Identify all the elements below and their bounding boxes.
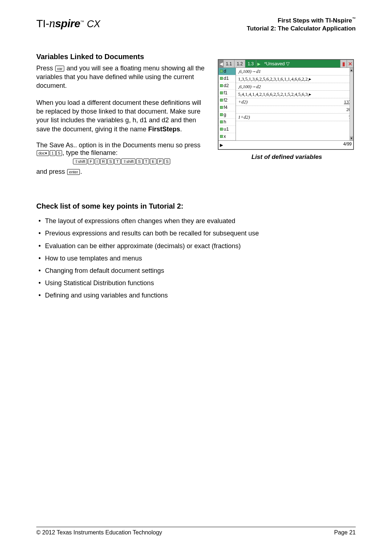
tab-1-2: 1.2 bbox=[234, 60, 245, 67]
var-u1: u1 bbox=[219, 126, 236, 133]
var-f2: f2 bbox=[219, 97, 236, 104]
var-g: g bbox=[219, 111, 236, 119]
key-doc: doc▾ bbox=[37, 150, 49, 156]
var-f1: f1 bbox=[219, 90, 236, 97]
header-line2: Tutorial 2: The Calculator Application bbox=[247, 25, 356, 33]
list-item: Changing from default document settings bbox=[45, 264, 356, 277]
page-header: TI-nspire™ CX First Steps with TI-Nspire… bbox=[36, 16, 356, 33]
page-footer: © 2012 Texas Instruments Education Techn… bbox=[36, 527, 356, 536]
var-d: d bbox=[219, 68, 236, 75]
list-item: Previous expressions and results can bot… bbox=[45, 227, 356, 239]
brand-cx: CX bbox=[87, 19, 100, 29]
header-tm: ™ bbox=[352, 17, 356, 21]
var-x: x bbox=[219, 133, 236, 140]
para-3: The Save As.. option is in the Documents… bbox=[36, 141, 207, 165]
header-line1: First Steps with TI-Nspire bbox=[278, 17, 352, 24]
tab-1-1: 1.1 bbox=[224, 60, 234, 67]
checklist-section: Check list of some key points in Tutoria… bbox=[36, 202, 356, 301]
calc-main: ,6,100)→d1 1,3,5,1,3,6,2,5,6,2,3,1,6,1,1… bbox=[236, 68, 353, 140]
brand-n: n bbox=[49, 16, 55, 30]
list-item: How to use templates and menus bbox=[45, 252, 356, 264]
header-right: First Steps with TI-Nspire™ Tutorial 2: … bbox=[247, 16, 356, 33]
battery-icon: ▮ bbox=[340, 60, 347, 67]
brand-tm: ™ bbox=[80, 20, 84, 24]
scroll-down-icon: ▾ bbox=[350, 136, 353, 140]
ss-footer: ▸ 4/99 bbox=[219, 140, 353, 149]
cursor-icon: ▸ bbox=[220, 141, 223, 148]
figure-column: ◀ 1.1 1.2 1.3 ▶ *Unsaved ▽ ▮ ✕ d d1 d2 bbox=[218, 53, 356, 184]
scrollbar: ▴ ▾ bbox=[350, 68, 353, 140]
doc-title: *Unsaved ▽ bbox=[261, 60, 340, 67]
filename-keyseq: ⇧shiftFIRST⇧shiftSTEPS bbox=[73, 157, 207, 165]
key-var: var bbox=[55, 66, 64, 71]
checklist-title: Check list of some key points in Tutoria… bbox=[36, 202, 356, 210]
para-1: Press var and you will see a floating me… bbox=[36, 64, 207, 90]
figure-caption: List of defined variables bbox=[218, 153, 356, 161]
var-d1: d1 bbox=[219, 75, 236, 82]
calculator-screenshot: ◀ 1.1 1.2 1.3 ▶ *Unsaved ▽ ▮ ✕ d d1 d2 bbox=[218, 59, 354, 150]
para-2: When you load a different document these… bbox=[36, 98, 207, 134]
scroll-up-icon: ▴ bbox=[350, 68, 353, 72]
brand-spire: spire bbox=[55, 17, 80, 29]
list-item: Defining and using variables and functio… bbox=[45, 289, 356, 301]
copyright: © 2012 Texas Instruments Education Techn… bbox=[36, 529, 162, 536]
firststeps-name: FirstSteps bbox=[148, 126, 180, 133]
key-enter: enter bbox=[67, 169, 80, 175]
tab-1-3: 1.3 bbox=[245, 60, 256, 67]
brand-prefix: TI- bbox=[36, 17, 49, 29]
key-5: 5 bbox=[56, 150, 62, 156]
brand-logo: TI-nspire™ CX bbox=[36, 16, 100, 30]
page-number: Page 21 bbox=[334, 529, 356, 536]
section-title: Variables Linked to Documents bbox=[36, 53, 207, 61]
var-f4: f4 bbox=[219, 104, 236, 111]
var-h: h bbox=[219, 119, 236, 126]
list-item: The layout of expressions often changes … bbox=[45, 215, 356, 227]
close-icon: ✕ bbox=[347, 60, 353, 67]
page-counter: 4/99 bbox=[343, 141, 352, 148]
list-item: Evaluation can be either approximate (de… bbox=[45, 240, 356, 252]
ss-topbar: ◀ 1.1 1.2 1.3 ▶ *Unsaved ▽ ▮ ✕ bbox=[219, 60, 353, 68]
var-list: d d1 d2 f1 f2 f4 g h u1 x bbox=[219, 68, 236, 140]
text-column: Variables Linked to Documents Press var … bbox=[36, 53, 207, 184]
key-1: 1 bbox=[50, 150, 56, 156]
list-item: Using Statistical Distribution functions bbox=[45, 277, 356, 289]
tab-left-arrow: ◀ bbox=[219, 60, 224, 67]
var-d2: d2 bbox=[219, 82, 236, 90]
checklist: The layout of expressions often changes … bbox=[36, 215, 356, 301]
tab-play-icon: ▶ bbox=[256, 60, 261, 67]
para-4: and press enter. bbox=[36, 167, 207, 176]
